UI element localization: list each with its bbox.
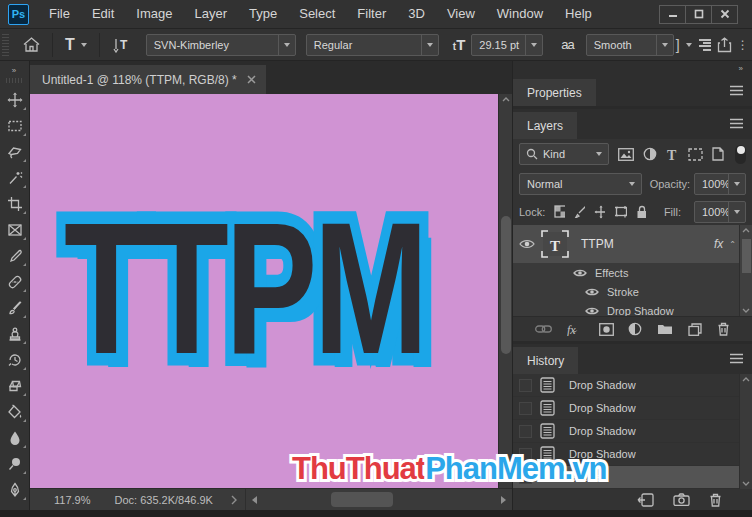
vertical-scrollbar[interactable] bbox=[498, 94, 512, 488]
type-layer-thumbnail[interactable]: T bbox=[541, 230, 569, 258]
font-style-dropdown-button[interactable] bbox=[421, 35, 438, 55]
layer-style-fx-icon[interactable]: fx bbox=[567, 323, 584, 336]
effect-row-stroke[interactable]: Stroke bbox=[513, 282, 752, 301]
menu-filter[interactable]: Filter bbox=[346, 0, 397, 28]
scroll-left-icon[interactable] bbox=[252, 496, 257, 504]
lock-position-icon[interactable] bbox=[594, 205, 606, 219]
frame-tool[interactable] bbox=[2, 217, 28, 243]
close-button[interactable] bbox=[711, 5, 738, 24]
new-snapshot-camera-icon[interactable] bbox=[673, 493, 690, 506]
scroll-up-icon[interactable] bbox=[742, 228, 750, 233]
layer-mask-icon[interactable] bbox=[599, 323, 614, 336]
layers-scrollbar-thumb[interactable] bbox=[742, 239, 751, 273]
menu-view[interactable]: View bbox=[436, 0, 486, 28]
rectangular-marquee-tool[interactable] bbox=[2, 113, 28, 139]
font-size-dropdown-button[interactable] bbox=[525, 35, 542, 55]
effects-group-row[interactable]: Effects bbox=[513, 263, 752, 282]
move-tool[interactable] bbox=[2, 87, 28, 113]
scroll-up-icon[interactable] bbox=[742, 377, 750, 382]
new-document-from-state-icon[interactable] bbox=[637, 493, 654, 507]
canvas[interactable]: TTPM bbox=[30, 94, 512, 488]
filter-shape-layers-icon[interactable] bbox=[688, 148, 703, 161]
fill-input[interactable]: 100% bbox=[694, 201, 746, 223]
tab-properties[interactable]: Properties bbox=[513, 79, 596, 106]
spot-healing-brush-tool[interactable] bbox=[2, 269, 28, 295]
menu-window[interactable]: Window bbox=[486, 0, 554, 28]
opacity-input[interactable]: 100% bbox=[694, 173, 746, 195]
status-options-button[interactable] bbox=[223, 495, 245, 505]
eyedropper-tool[interactable] bbox=[2, 243, 28, 269]
history-brush-tool[interactable] bbox=[2, 347, 28, 373]
menu-file[interactable]: File bbox=[38, 0, 81, 28]
menu-image[interactable]: Image bbox=[125, 0, 183, 28]
tab-layers[interactable]: Layers bbox=[513, 112, 577, 139]
group-folder-icon[interactable] bbox=[657, 323, 673, 335]
fill-dropdown-button[interactable] bbox=[728, 202, 745, 222]
dodge-tool[interactable] bbox=[2, 451, 28, 477]
document-tab[interactable]: Untitled-1 @ 118% (TTPM, RGB/8) * bbox=[30, 65, 266, 94]
filter-toggle[interactable] bbox=[735, 145, 746, 164]
filter-pixel-layers-icon[interactable] bbox=[618, 148, 634, 161]
font-size-select[interactable]: 29.15 pt bbox=[471, 34, 543, 56]
blend-mode-select[interactable]: Normal bbox=[519, 173, 642, 195]
scroll-down-icon[interactable] bbox=[742, 481, 750, 486]
crop-tool[interactable] bbox=[2, 191, 28, 217]
scroll-down-icon[interactable] bbox=[742, 308, 750, 313]
history-source-well[interactable] bbox=[519, 425, 532, 438]
tab-history[interactable]: History bbox=[513, 347, 578, 374]
new-layer-icon[interactable] bbox=[688, 323, 702, 336]
dock-collapse-button[interactable]: » bbox=[513, 61, 752, 76]
layers-menu-button[interactable] bbox=[729, 118, 744, 129]
layers-scrollbar[interactable] bbox=[739, 225, 752, 316]
expand-tools-icon[interactable]: » bbox=[12, 66, 17, 75]
lock-all-icon[interactable] bbox=[636, 205, 646, 219]
eraser-tool[interactable] bbox=[2, 373, 28, 399]
lock-transparency-icon[interactable] bbox=[554, 205, 565, 218]
menu-edit[interactable]: Edit bbox=[81, 0, 125, 28]
home-button[interactable] bbox=[17, 32, 46, 58]
history-source-well[interactable] bbox=[519, 402, 532, 415]
delete-state-icon[interactable] bbox=[709, 493, 722, 507]
horizontal-scrollbar[interactable] bbox=[245, 489, 512, 510]
lasso-tool[interactable] bbox=[2, 139, 28, 165]
clone-stamp-tool[interactable] bbox=[2, 321, 28, 347]
link-layers-icon[interactable] bbox=[535, 324, 552, 334]
brush-tool[interactable] bbox=[2, 295, 28, 321]
filter-adjustment-layers-icon[interactable] bbox=[643, 147, 657, 161]
quick-selection-tool[interactable] bbox=[2, 165, 28, 191]
options-grip[interactable] bbox=[2, 34, 9, 56]
fx-collapse-icon[interactable]: ⌃ bbox=[729, 240, 736, 249]
font-family-dropdown-button[interactable] bbox=[278, 35, 295, 55]
eye-icon[interactable] bbox=[585, 287, 599, 297]
layer-row-ttpm[interactable]: T TTPM fx ⌃ bbox=[513, 225, 752, 263]
vertical-scrollbar-thumb[interactable] bbox=[501, 216, 511, 354]
adjustment-layer-icon[interactable] bbox=[628, 322, 642, 336]
lock-artboard-icon[interactable] bbox=[614, 205, 626, 218]
filter-smart-objects-icon[interactable] bbox=[712, 147, 724, 161]
zoom-level[interactable]: 117.9% bbox=[30, 494, 105, 506]
history-menu-button[interactable] bbox=[729, 353, 744, 364]
history-row[interactable]: Drop Shadow bbox=[513, 420, 752, 443]
history-scrollbar[interactable] bbox=[739, 374, 752, 489]
blur-tool[interactable] bbox=[2, 425, 28, 451]
history-row[interactable]: Drop Shadow bbox=[513, 397, 752, 420]
menu-3d[interactable]: 3D bbox=[397, 0, 436, 28]
type-tool-preset[interactable]: T bbox=[59, 32, 93, 58]
minimize-button[interactable] bbox=[659, 5, 686, 24]
filter-kind-select[interactable]: Kind bbox=[519, 143, 609, 165]
tab-close-button[interactable] bbox=[247, 75, 256, 84]
font-style-select[interactable]: Regular bbox=[306, 34, 439, 56]
properties-menu-button[interactable] bbox=[729, 85, 744, 96]
menu-select[interactable]: Select bbox=[288, 0, 346, 28]
menu-type[interactable]: Type bbox=[238, 0, 288, 28]
delete-layer-icon[interactable] bbox=[717, 322, 730, 336]
horizontal-scrollbar-thumb[interactable] bbox=[331, 492, 393, 507]
layer-fx-badge[interactable]: fx bbox=[714, 237, 723, 251]
layer-visibility-toggle[interactable] bbox=[513, 238, 541, 250]
eye-icon[interactable] bbox=[585, 306, 599, 316]
lock-pixels-icon[interactable] bbox=[574, 205, 585, 218]
anti-alias-dropdown-button[interactable] bbox=[656, 35, 673, 55]
gradient-tool[interactable] bbox=[2, 399, 28, 425]
pen-tool[interactable] bbox=[2, 477, 28, 503]
chevron-down-icon[interactable] bbox=[686, 43, 692, 47]
